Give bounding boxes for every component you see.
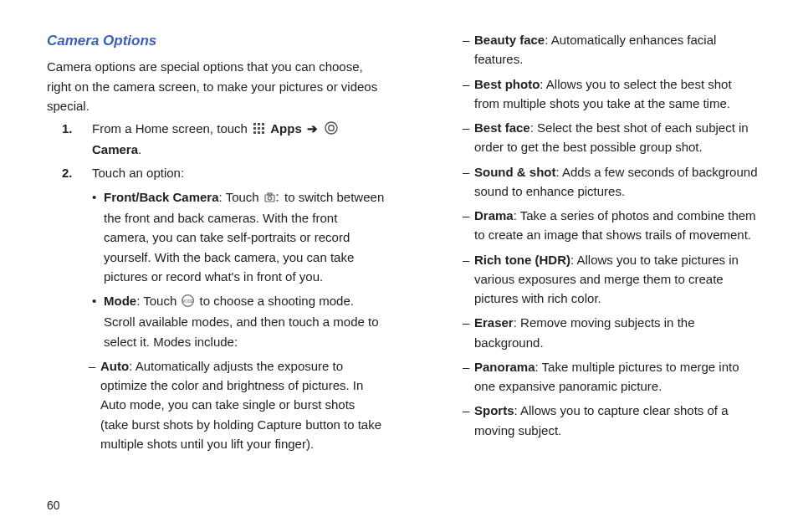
bullet-mark: • — [92, 187, 104, 286]
svg-rect-1 — [258, 123, 260, 125]
mode-item: –Rich tone (HDR): Allows you to take pic… — [463, 250, 760, 309]
step-1-pre: From a Home screen, touch — [92, 121, 251, 136]
svg-rect-0 — [253, 123, 256, 125]
mode-item-label: Best photo — [474, 77, 540, 91]
svg-rect-2 — [262, 123, 264, 125]
mode-pre: : Touch — [136, 294, 180, 308]
mode-item-body: Panorama: Take multiple pictures to merg… — [474, 357, 760, 396]
page-number: 60 — [47, 499, 60, 512]
mode-item-label: Sound & shot — [474, 165, 556, 179]
svg-rect-6 — [253, 131, 256, 134]
mode-item-label: Best face — [474, 120, 530, 135]
camera-label: Camera — [92, 142, 138, 156]
dash-mark: – — [463, 118, 474, 157]
bullet-body: Mode: Touch MODE to choose a shooting mo… — [104, 291, 386, 351]
svg-rect-7 — [258, 131, 260, 134]
mode-item-body: Rich tone (HDR): Allows you to take pict… — [474, 250, 760, 309]
section-title: Camera Options — [47, 30, 386, 52]
mode-item-label: Panorama — [474, 360, 535, 374]
mode-item: –Beauty face: Automatically enhances fac… — [463, 30, 760, 69]
mode-item: –Auto: Automatically adjusts the exposur… — [89, 356, 386, 453]
dash-mark: – — [463, 162, 474, 202]
dash-mark: – — [463, 357, 474, 396]
mode-item: –Eraser: Remove moving subjects in the b… — [463, 313, 760, 352]
mode-item-body: Sports: Allows you to capture clear shot… — [474, 401, 760, 440]
arrow-icon: ➔ — [307, 121, 318, 136]
dash-mark: – — [89, 356, 100, 453]
mode-item: –Sports: Allows you to capture clear sho… — [463, 401, 760, 440]
mode-item-body: Best face: Select the best shot of each … — [474, 118, 760, 157]
switch-camera-icon — [264, 189, 279, 208]
dash-mark: – — [463, 401, 474, 440]
svg-text:MODE: MODE — [182, 299, 194, 304]
svg-rect-5 — [262, 127, 264, 130]
bullet-body: Front/Back Camera: Touch to switch betwe… — [104, 187, 386, 286]
bullet-mark: • — [92, 291, 104, 351]
frontback-pre: : Touch — [219, 190, 263, 204]
mode-item-body: Sound & shot: Adds a few seconds of back… — [474, 162, 760, 202]
mode-item: –Best face: Select the best shot of each… — [463, 118, 760, 157]
mode-item-label: Sports — [474, 403, 514, 417]
dash-mark: – — [463, 74, 474, 114]
mode-item-body: Eraser: Remove moving subjects in the ba… — [474, 313, 760, 352]
apps-icon — [253, 120, 265, 140]
step-1-body: From a Home screen, touch Apps ➔ Camera. — [92, 119, 386, 160]
frontback-label: Front/Back Camera — [104, 190, 219, 204]
mode-item-label: Eraser — [474, 315, 514, 330]
dash-mark: – — [463, 250, 474, 309]
mode-item: –Drama: Take a series of photos and comb… — [463, 206, 760, 245]
step-2-text: Touch an option: — [92, 166, 184, 180]
mode-item-body: Best photo: Allows you to select the bes… — [474, 74, 760, 114]
bullet-mode: • Mode: Touch MODE to choose a shooting … — [92, 291, 386, 351]
mode-item: –Best photo: Allows you to select the be… — [463, 74, 760, 114]
page: Camera Options Camera options are specia… — [0, 0, 798, 532]
mode-label: Mode — [104, 294, 136, 308]
svg-rect-3 — [253, 127, 256, 130]
dash-mark: – — [463, 30, 474, 69]
step-1-number: 1. — [47, 119, 92, 160]
mode-item-label: Drama — [474, 208, 514, 223]
svg-point-9 — [325, 122, 337, 134]
mode-item-body: Auto: Automatically adjusts the exposure… — [100, 356, 386, 453]
mode-item-label: Rich tone (HDR) — [474, 253, 570, 267]
svg-rect-8 — [262, 131, 264, 134]
svg-rect-12 — [268, 193, 272, 195]
svg-rect-4 — [258, 127, 260, 130]
camera-icon — [325, 120, 338, 140]
mode-item-label: Beauty face — [474, 33, 545, 47]
dash-mark: – — [463, 206, 474, 245]
step-2: 2. Touch an option: • Front/Back Camera:… — [47, 163, 386, 351]
apps-label: Apps — [270, 121, 302, 136]
step-2-body: Touch an option: • Front/Back Camera: To… — [92, 163, 386, 351]
bullet-frontback: • Front/Back Camera: Touch to switch bet… — [92, 187, 386, 286]
step-2-number: 2. — [47, 163, 92, 351]
step-1-period: . — [138, 142, 141, 156]
mode-item: –Sound & shot: Adds a few seconds of bac… — [463, 162, 760, 202]
mode-item: –Panorama: Take multiple pictures to mer… — [463, 357, 760, 396]
svg-rect-11 — [265, 195, 274, 202]
mode-item-body: Beauty face: Automatically enhances faci… — [474, 30, 760, 69]
mode-item-label: Auto — [100, 359, 129, 373]
mode-icon: MODE — [182, 293, 194, 312]
dash-mark: – — [463, 313, 474, 352]
svg-point-10 — [329, 125, 334, 130]
mode-item-text: : Take a series of photos and combine th… — [474, 208, 756, 242]
step-1: 1. From a Home screen, touch Apps ➔ Came… — [47, 119, 386, 160]
mode-item-text: : Automatically adjusts the exposure to … — [100, 359, 381, 451]
svg-point-13 — [268, 197, 271, 200]
intro-paragraph: Camera options are special options that … — [47, 57, 386, 115]
content-columns: Camera Options Camera options are specia… — [47, 30, 760, 473]
mode-item-body: Drama: Take a series of photos and combi… — [474, 206, 760, 245]
